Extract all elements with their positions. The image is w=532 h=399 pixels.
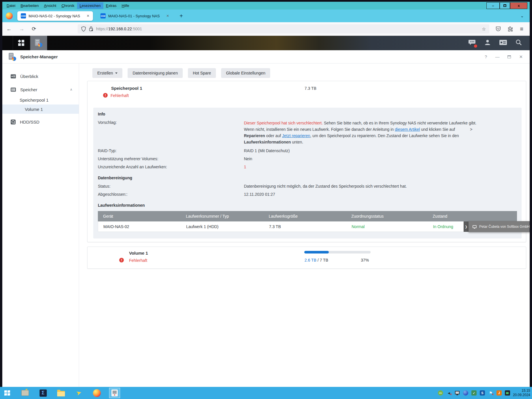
menu-ansicht[interactable]: Ansicht [41,2,59,9]
close-button[interactable]: x [510,2,527,9]
tray-sbx-icon[interactable]: sbx [438,390,443,396]
dsm-maximize-button[interactable] [507,55,511,58]
tab-maio-nas-01[interactable]: DSM MAIO-NAS-01 - Synology NAS ✕ [97,11,173,21]
tray-assistant-icon[interactable] [463,390,468,396]
tray-network-icon[interactable] [455,390,460,396]
tray-shield-check-icon[interactable]: ✓ [471,390,477,396]
start-button[interactable] [0,387,14,399]
scrub-status-row: Status: Datenbereinigung nicht möglich, … [98,184,517,189]
menu-chronik[interactable]: Chronik [59,2,77,9]
hot-spare-button[interactable]: Hot Spare [188,68,216,78]
globale-einstellungen-button[interactable]: Globale Einstellungen [221,68,270,78]
remote-session-overlay: ❯ Petar Čubela von Softbox GmbH [458,221,530,232]
taskbar-icon-active-app[interactable] [109,388,120,398]
extensions-puzzle-icon[interactable] [508,26,513,31]
raid-type-label: RAID-Typ: [98,148,244,154]
overlay-collapse-chevron[interactable]: ❯ [464,221,468,232]
list-tabs-chevron-icon[interactable]: ⌄ [520,13,526,18]
monitor-icon [455,391,460,394]
url-scheme: https:// [96,27,108,31]
volume-usage-bar [304,251,371,253]
tray-volume-muted-icon[interactable]: ◄ [446,390,451,396]
taskbar-icon-server-manager[interactable] [20,388,31,398]
col-laufwerksnummer: Laufwerksnummer / Typ [181,214,264,219]
browser-navbar: ← → ⟳ https://192.168.0.22:5001 ☆ ≡ [2,22,530,36]
dsm-minimize-button[interactable]: — [495,54,499,59]
firefox-icon[interactable] [6,12,13,19]
notifications-button[interactable] [468,39,476,47]
volume-percent: 37% [361,258,384,262]
tab-maio-nas-02[interactable]: DSM MAIO-NAS-02 - Synology NAS ✕ [17,11,93,21]
maximize-button[interactable] [500,2,510,9]
user-options-button[interactable] [484,39,491,47]
chevron-up-icon[interactable]: ∧ [70,87,72,92]
menu-datei[interactable]: Datei [4,2,18,9]
menu-bearbeiten[interactable]: Bearbeiten [18,2,41,9]
taskbar-icon-sigma-app[interactable]: Σ [38,388,48,398]
dsm-taskbar-storage-manager[interactable] [30,36,47,50]
taskbar-clock[interactable]: 15:15 20.09.2024 [513,389,530,397]
shield-icon[interactable] [81,26,86,32]
sidebar-item-volume-1[interactable]: Volume 1 [2,105,79,114]
tray-remote-control-icon[interactable] [505,390,510,396]
menu-lesezeichen[interactable]: Lesezeichen [77,2,103,9]
bookmark-star-icon[interactable]: ☆ [482,26,486,32]
dsm-bar-right-icons [468,36,522,50]
minimize-button[interactable]: – [486,2,500,9]
cell-device: MAIO-NAS-02 [98,224,181,229]
cell-allocation-status: Normal [346,224,428,229]
cell-size: 7.3 TB [264,224,346,229]
taskbar-icon-file-explorer[interactable] [55,388,66,398]
button-label: Hot Spare [193,71,211,75]
erstellen-button[interactable]: Erstellen [92,68,122,78]
sidebar-item-hdd-ssd[interactable]: HDD/SSD [2,117,79,127]
tray-java-icon[interactable]: J [496,390,502,396]
sidebar-item-speicher[interactable]: Speicher ∧ [2,84,79,95]
reload-icon[interactable]: ⟳ [32,26,36,32]
overlay-body[interactable]: Petar Čubela von Softbox GmbH [468,221,530,232]
menu-extras[interactable]: Extras [103,2,119,9]
help-button[interactable]: ? [485,54,487,59]
navbar-right-icons: ≡ [496,26,523,32]
pool-name: Speicherpool 1 [111,86,142,91]
scrub-status-value: Datenbereinigung nicht möglich, da der Z… [244,184,517,189]
screen-share-icon [473,225,477,228]
jetzt-reparieren-link[interactable]: Jetzt reparieren [282,133,310,138]
info-heading: Info [98,112,517,116]
storage-manager-titlebar[interactable]: Speicher-Manager ? — ✕ [2,50,530,64]
device-console-icon [111,389,118,396]
datenbereinigung-planen-button[interactable]: Datenbereinigung planen [128,68,182,78]
col-laufwerksgroesse: Laufwerksgröße [264,214,346,219]
menu-hilfe[interactable]: Hilfe [119,2,132,9]
tray-action-center-flag-icon[interactable]: ⚑ [488,390,493,396]
menu-hamburger-icon[interactable]: ≡ [520,26,523,32]
scrub-done-row: Abgeschlossen:: 12.11.2020 01:27 [98,192,517,197]
speicherpool-panel: Speicherpool 1 7.3 TB ! Fehlerhaft Info … [87,81,526,242]
close-tab-icon[interactable]: ✕ [87,14,89,18]
lock-warning-icon[interactable] [89,26,93,31]
forward-icon[interactable]: → [19,26,24,32]
search-button[interactable] [515,39,522,47]
table-row[interactable]: MAIO-NAS-02 Laufwerk 1 (HDD) 7.3 TB Norm… [98,221,517,232]
diesem-artikel-link[interactable]: diesem Artikel [395,127,420,132]
dsm-close-button[interactable]: ✕ [519,54,523,59]
sidebar-item-speicherpool-1[interactable]: Speicherpool 1 [2,95,79,105]
pocket-icon[interactable] [496,26,501,31]
scrub-done-label: Abgeschlossen:: [98,192,244,197]
dsm-main-menu-button[interactable] [13,36,30,50]
multi-volume-label: Unterstützung mehrerer Volumes: [98,156,244,162]
clock-date: 20.09.2024 [513,393,530,397]
url-bar[interactable]: https://192.168.0.22:5001 ☆ [78,24,489,33]
new-tab-button[interactable]: + [177,13,186,19]
volume-panel: Volume 1 ! Fehlerhaft 2.6 TB / 7 TB 37% [87,247,526,269]
folder-icon [57,391,65,396]
taskbar-icon-firefox[interactable] [91,388,102,398]
back-icon[interactable]: ← [6,26,12,32]
sidebar-item-ueberblick[interactable]: Überblick [2,71,79,81]
tray-sophos-icon[interactable]: S [480,390,485,396]
widgets-button[interactable] [499,39,507,47]
close-tab-icon[interactable]: ✕ [166,14,169,18]
notification-badge [474,44,477,48]
taskbar-icon-send-app[interactable]: ➤ [73,388,84,398]
suggestion-row: Vorschlag: Dieser Speicherpool hat sich … [98,120,517,146]
